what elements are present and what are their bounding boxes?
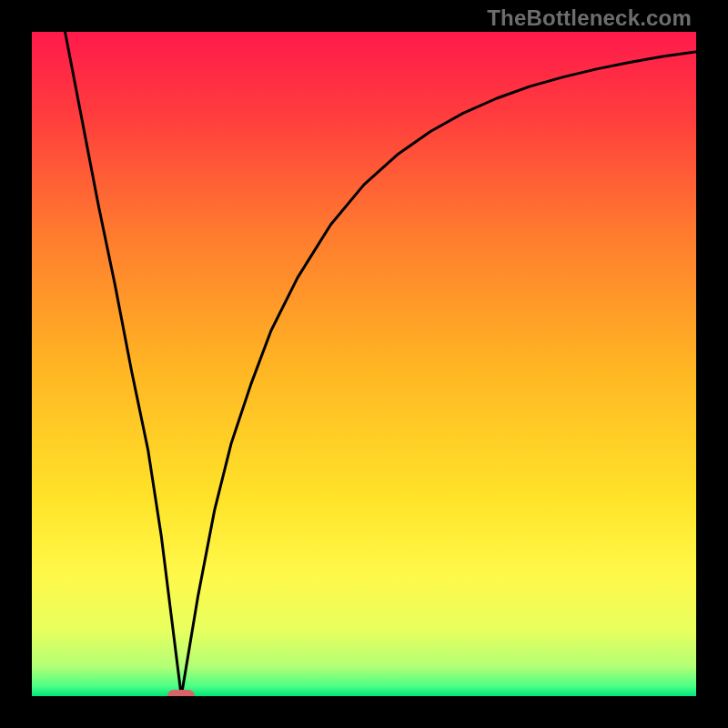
chart-frame: TheBottleneck.com [0,0,728,728]
optimal-point-marker [167,690,195,696]
bottleneck-curve [32,32,696,696]
watermark-text: TheBottleneck.com [487,5,692,31]
plot-area [32,32,696,696]
